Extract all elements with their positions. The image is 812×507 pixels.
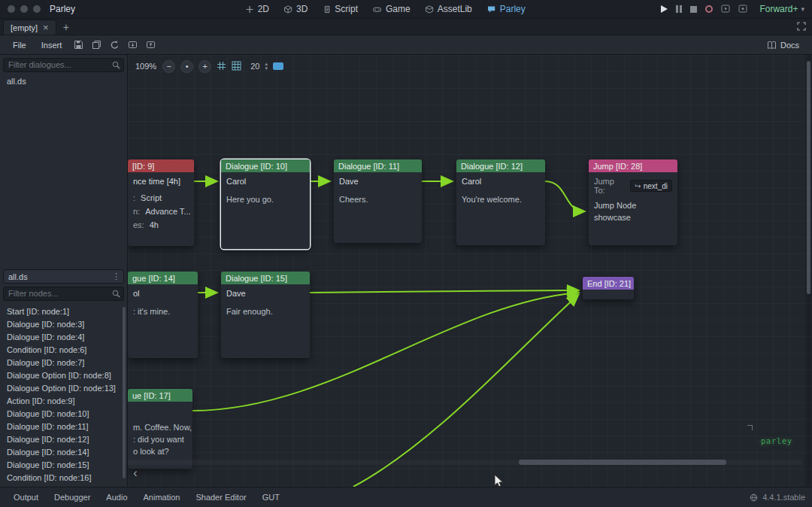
jump-target-button[interactable]: ↪ next_di [630,180,672,192]
connection[interactable] [545,181,584,211]
connection[interactable] [310,290,578,293]
grid-size-spinner[interactable]: ▴▾ [265,62,268,71]
panel-shader-editor-button[interactable]: Shader Editor [189,490,253,504]
expand-editor-button[interactable] [797,22,806,32]
node-list-item[interactable]: Action [ID: node:9] [0,395,127,408]
node-list-item[interactable]: Dialogue [ID: node:15] [0,459,127,472]
node-header[interactable]: ue [ID: 17] [128,389,192,402]
panel-output-button[interactable]: Output [7,490,45,504]
node-filter-input[interactable] [3,287,124,301]
play-custom-scene-button[interactable] [738,5,747,14]
workspace-tab-game[interactable]: Game [366,2,417,16]
horizontal-scrollbar-thumb[interactable] [519,460,726,465]
file-menu-button[interactable]: File [6,38,33,52]
action-row-key: n: [133,207,140,216]
zoom-reset-button[interactable]: • [180,60,193,73]
zoom-in-button[interactable]: + [198,60,211,73]
workspace-tab-3d[interactable]: 3D [277,2,314,16]
play-scene-button[interactable] [721,5,730,14]
graph-node-dialogue-17[interactable]: ue [ID: 17] m. Coffee. Now, : did you wa… [128,389,192,469]
graph-node-dialogue-10[interactable]: Dialogue [ID: 10] Carol Here you go. [221,159,310,249]
graph-node-dialogue-12[interactable]: Dialogue [ID: 12] Carol You're welcome. [456,159,545,245]
save-button[interactable] [70,38,86,53]
node-header[interactable]: Dialogue [ID: 10] [221,159,310,172]
pause-button[interactable] [676,5,682,13]
workspace-tab-parley[interactable]: Parley [480,2,532,16]
minimap-toggle-button[interactable] [273,62,283,70]
node-header[interactable]: Dialogue [ID: 11] [334,159,422,172]
dialogue-file-item[interactable]: all.ds [0,75,127,88]
connection[interactable] [353,295,578,487]
graph-editor-canvas[interactable]: 109% − • + 20 ▴▾ [ID: 9] nce time [4h] [128,55,812,487]
panel-animation-button[interactable]: Animation [137,490,187,504]
workspace-tab-2d[interactable]: 2D [239,2,276,16]
vertical-scrollbar-thumb[interactable] [807,61,810,294]
grid-style-button[interactable] [232,61,241,72]
node-body: Carol You're welcome. [456,172,545,210]
node-list-item[interactable]: Dialogue [ID: node:10] [0,408,127,420]
node-list-item[interactable]: Dialogue [ID: node:7] [0,357,127,369]
node-list-item[interactable]: Dialogue [ID: node:12] [0,433,127,446]
workspace-label: AssetLib [438,4,472,14]
insert-menu-button[interactable]: Insert [35,38,69,52]
node-header[interactable]: Dialogue [ID: 12] [456,159,545,172]
node-header[interactable]: gue [ID: 14] [128,272,198,284]
file-options-button[interactable]: ⋮ [111,272,122,281]
save-all-button[interactable] [88,38,105,53]
node-list-item[interactable]: Start [ID: node:1] [0,305,127,318]
node-body: ol : it's mine. [128,284,198,322]
node-header[interactable]: End [ID: 21] [583,277,634,290]
node-header[interactable]: Jump [ID: 28] [589,159,677,172]
snap-grid-button[interactable] [217,61,226,72]
node-list-item[interactable]: Dialogue Option [ID: node:13] [0,382,127,395]
graph-node-dialogue-15[interactable]: Dialogue [ID: 15] Dave Fair enough. [221,272,310,358]
close-icon[interactable]: × [43,23,49,32]
app-title: Parley [50,4,75,14]
node-header[interactable]: Dialogue [ID: 15] [221,272,310,284]
node-header[interactable]: [ID: 9] [128,159,194,172]
node-list-item[interactable]: Dialogue [ID: node:3] [0,318,127,331]
play-button[interactable] [661,5,668,13]
dialogue-text: Fair enough. [226,305,304,317]
node-body: Dave Fair enough. [221,284,310,322]
panel-debugger-button[interactable]: Debugger [47,490,97,504]
stop-button[interactable] [690,6,697,13]
action-row-value: Advance T... [145,207,190,216]
node-list-item[interactable]: Dialogue [ID: node:4] [0,331,127,344]
grid-size-input[interactable]: 20 [250,62,259,71]
dialogue-character: Dave [226,289,304,298]
docs-button[interactable]: Docs [760,38,806,52]
node-list-item[interactable]: Dialogue [ID: node:11] [0,420,127,433]
current-file-row[interactable]: all.ds ⋮ [3,269,124,284]
graph-node-action-9[interactable]: [ID: 9] nce time [4h] :Script n:Advance … [128,159,194,246]
graph-node-dialogue-11[interactable]: Dialogue [ID: 11] Dave Cheers. [334,159,422,243]
scene-tab-label: [empty] [11,23,38,32]
renderer-dropdown[interactable]: Forward+ ▾ [759,4,804,14]
import-button[interactable] [124,38,141,53]
scene-tab-empty[interactable]: [empty] × [3,20,56,35]
export-button[interactable] [142,38,159,53]
graph-node-end-21[interactable]: End [ID: 21] [583,277,634,299]
window-minimize-button[interactable] [20,5,28,13]
workspace-tab-script[interactable]: Script [316,2,365,16]
dialogue-filter-input[interactable] [3,58,124,72]
window-close-button[interactable] [8,5,15,13]
graph-node-jump-28[interactable]: Jump [ID: 28] Jump To: ↪ next_di Jump No… [589,159,677,245]
movie-mode-button[interactable] [705,5,713,13]
panel-gut-button[interactable]: GUT [256,490,286,504]
panel-audio-button[interactable]: Audio [99,490,134,504]
workspace-tab-assetlib[interactable]: AssetLib [419,2,479,16]
graph-node-dialogue-14[interactable]: gue [ID: 14] ol : it's mine. [128,272,198,358]
node-list-item[interactable]: Dialogue Option [ID: node:8] [0,369,127,382]
collapse-sidebar-button[interactable]: ‹ [129,466,141,481]
undo-button[interactable] [106,38,123,53]
spinner-down-icon[interactable]: ▾ [265,66,268,71]
window-zoom-button[interactable] [33,5,41,13]
node-list-item[interactable]: Condition [ID: node:16] [0,472,127,484]
node-list-scrollbar[interactable] [123,307,126,478]
add-scene-tab-button[interactable]: + [56,20,76,35]
zoom-out-button[interactable]: − [162,60,175,73]
node-body: Dave Cheers. [334,172,422,210]
node-list-item[interactable]: Dialogue [ID: node:14] [0,446,127,459]
node-list-item[interactable]: Condition [ID: node:6] [0,344,127,357]
